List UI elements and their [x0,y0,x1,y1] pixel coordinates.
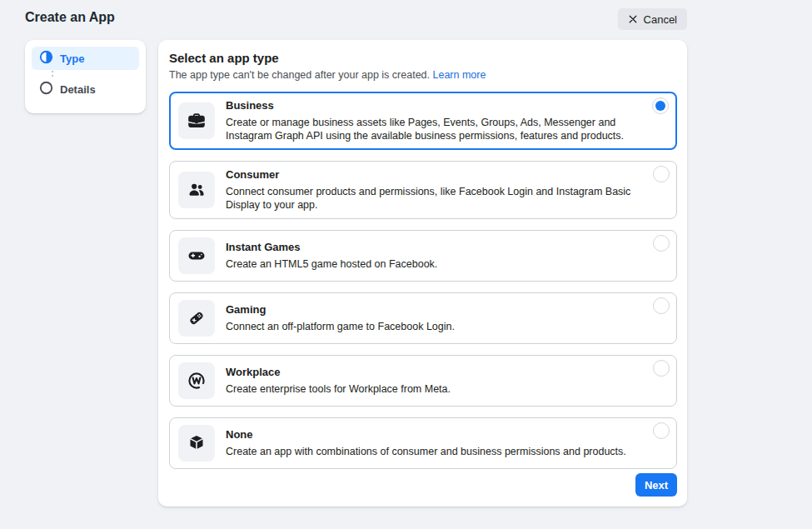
people-icon [178,172,215,208]
app-type-name: Gaming [226,303,455,316]
step-connector [52,71,53,77]
learn-more-link[interactable]: Learn more [433,69,486,81]
app-type-radio[interactable] [653,360,670,377]
step-details[interactable]: Details [32,77,139,101]
briefcase-icon [178,102,215,139]
panel-subtitle: The app type can't be changed after your… [169,68,677,82]
app-type-card-gaming[interactable]: Gaming Connect an off-platform game to F… [169,292,677,344]
app-type-texts: None Create an app with combinations of … [226,428,626,458]
app-type-description: Create an app with combinations of consu… [226,445,626,458]
page-title: Create an App [25,10,115,25]
workplace-icon [178,362,215,399]
app-type-radio[interactable] [653,235,670,252]
app-type-card-consumer[interactable]: Consumer Connect consumer products and p… [169,161,677,219]
app-type-name: None [226,428,626,441]
app-type-description: Connect consumer products and permission… [226,185,640,212]
step-type[interactable]: Type [32,47,139,70]
cancel-button[interactable]: Cancel [618,8,687,30]
app-type-radio[interactable] [653,166,670,182]
cancel-label: Cancel [644,13,677,26]
app-type-card-workplace[interactable]: Workplace Create enterprise tools for Wo… [169,355,677,407]
radio-dot [655,101,665,111]
next-button[interactable]: Next [635,473,677,497]
app-type-panel: Select an app type The app type can't be… [158,40,687,507]
app-type-texts: Workplace Create enterprise tools for Wo… [226,366,451,396]
app-type-texts: Gaming Connect an off-platform game to F… [226,303,455,333]
app-type-texts: Consumer Connect consumer products and p… [226,168,640,212]
app-type-radio[interactable] [653,297,670,314]
close-icon [628,14,638,24]
app-type-card-instant-games[interactable]: Instant Games Create an HTML5 game hoste… [169,230,677,282]
app-type-description: Create enterprise tools for Workplace fr… [226,382,451,396]
app-type-name: Workplace [226,366,451,378]
cube-icon [178,425,215,462]
app-type-name: Consumer [226,168,640,181]
app-type-description: Create an HTML5 game hosted on Facebook. [226,257,437,271]
panel-title: Select an app type [169,51,677,65]
empty-circle-icon [39,81,53,98]
app-type-name: Instant Games [226,241,437,253]
app-type-texts: Instant Games Create an HTML5 game hoste… [226,241,437,271]
app-type-name: Business [226,99,640,112]
gamepad-icon [178,237,215,274]
stepper-sidebar: Type Details [25,40,146,113]
app-type-card-business[interactable]: Business Create or manage business asset… [169,92,677,150]
tilted-gamepad-icon [178,300,215,337]
app-type-radio[interactable] [653,422,670,439]
panel-subtitle-text: The app type can't be changed after your… [169,69,430,81]
app-type-radio[interactable] [652,97,669,114]
app-type-description: Connect an off-platform game to Facebook… [226,320,455,333]
step-details-label: Details [60,83,96,96]
app-type-texts: Business Create or manage business asset… [226,99,640,142]
app-type-card-none[interactable]: None Create an app with combinations of … [169,417,677,469]
step-type-label: Type [60,52,84,65]
half-filled-circle-icon [39,50,53,67]
app-type-description: Create or manage business assets like Pa… [226,116,640,142]
app-type-list: Business Create or manage business asset… [169,92,677,469]
